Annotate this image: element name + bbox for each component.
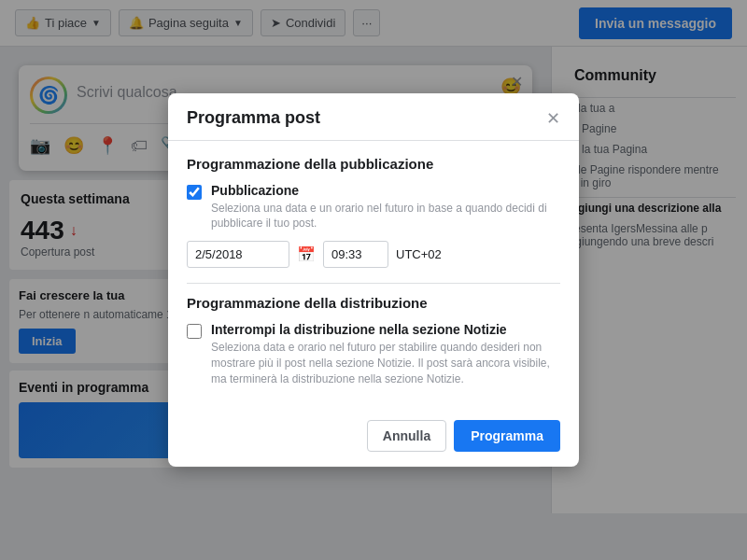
programma-post-modal: Programma post ✕ Programmazione della pu… (168, 93, 579, 468)
modal-title: Programma post (187, 108, 320, 128)
interrompi-row: Interrompi la distribuzione nella sezion… (187, 322, 560, 386)
date-row: 📅 UTC+02 (187, 241, 560, 268)
interrompi-checkbox[interactable] (187, 324, 202, 339)
modal-footer: Annulla Programma (168, 409, 579, 467)
calendar-icon[interactable]: 📅 (297, 245, 316, 263)
annulla-button[interactable]: Annulla (367, 420, 446, 452)
section1-title: Programmazione della pubblicazione (187, 156, 560, 172)
interrompi-label: Interrompi la distribuzione nella sezion… (211, 322, 560, 337)
pubblicazione-row: Pubblicazione Seleziona una data e un or… (187, 183, 560, 232)
pubblicazione-label: Pubblicazione (211, 183, 560, 198)
pubblicazione-checkbox[interactable] (187, 185, 202, 200)
divider (187, 283, 560, 284)
modal-body: Programmazione della pubblicazione Pubbl… (168, 141, 579, 410)
time-input[interactable] (323, 241, 388, 268)
date-input[interactable] (187, 241, 289, 268)
utc-label: UTC+02 (396, 247, 442, 261)
section2-title: Programmazione della distribuzione (187, 295, 560, 311)
modal-header: Programma post ✕ (168, 93, 579, 141)
programma-button[interactable]: Programma (454, 420, 560, 452)
modal-close-button[interactable]: ✕ (546, 108, 560, 129)
pubblicazione-desc: Seleziona una data e un orario nel futur… (211, 201, 560, 232)
interrompi-desc: Seleziona data e orario nel futuro per s… (211, 340, 560, 386)
modal-overlay: Programma post ✕ Programmazione della pu… (0, 0, 747, 560)
